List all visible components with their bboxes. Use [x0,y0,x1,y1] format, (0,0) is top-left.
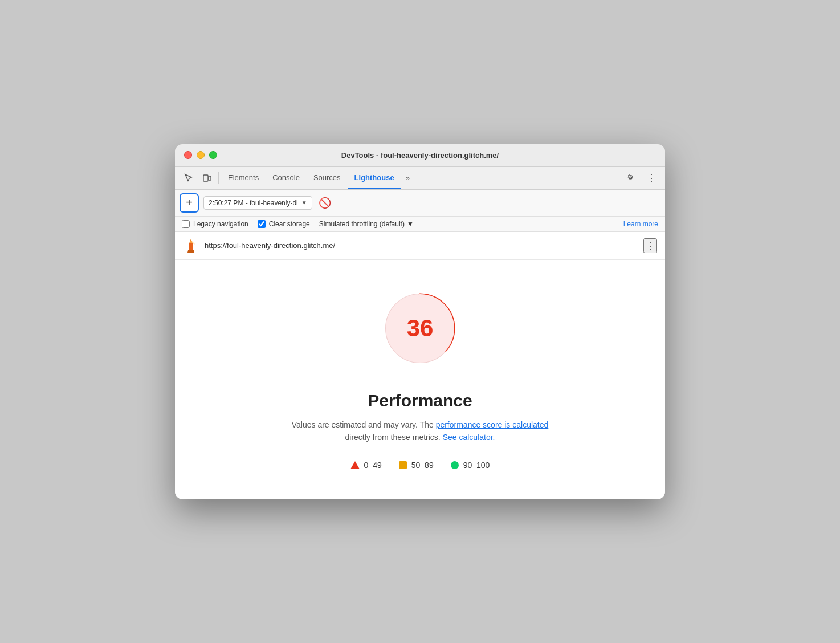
traffic-lights [184,151,217,159]
performance-description: Values are estimated and may vary. The p… [292,418,549,444]
legend-green-range: 90–100 [463,461,490,470]
svg-rect-1 [209,176,211,180]
performance-title: Performance [368,391,472,410]
legacy-nav-text: Legacy navigation [193,220,248,228]
throttling-chevron: ▼ [407,220,414,228]
legend-item-orange: 50–89 [399,461,434,470]
report-row: https://foul-heavenly-direction.glitch.m… [175,232,665,260]
inspect-element-button[interactable] [180,169,198,187]
svg-marker-4 [187,250,194,253]
description-mid: directly from these metrics. [345,433,441,442]
throttling-text: Simulated throttling (default) [319,220,405,228]
legacy-nav-checkbox[interactable] [182,220,190,228]
options-row: Legacy navigation Clear storage Simulate… [175,217,665,232]
legend-red-range: 0–49 [364,461,382,470]
throttling-select[interactable]: Simulated throttling (default) ▼ [319,220,414,228]
maximize-button[interactable] [209,151,217,159]
score-circle-bg: 36 [386,294,454,363]
report-more-button[interactable]: ⋮ [643,238,657,253]
learn-more-link[interactable]: Learn more [623,220,658,228]
legend-item-green: 90–100 [451,461,490,470]
url-selector[interactable]: 2:50:27 PM - foul-heavenly-di ▼ [203,196,312,210]
clear-icon: 🚫 [319,197,331,209]
legend-red-triangle [350,461,360,469]
score-gauge: 36 [374,283,466,374]
devtools-right-icons: ⋮ [622,169,660,187]
close-button[interactable] [184,151,192,159]
tab-bar: Elements Console Sources Lighthouse » ⋮ [175,167,665,190]
lighthouse-icon [183,238,199,254]
settings-button[interactable] [622,169,640,187]
legend: 0–49 50–89 90–100 [350,461,490,470]
title-bar: DevTools - foul-heavenly-direction.glitc… [175,144,665,167]
score-number: 36 [407,316,434,340]
legend-green-circle [451,461,459,469]
calculator-link[interactable]: See calculator. [443,433,495,442]
legend-orange-range: 50–89 [411,461,434,470]
tab-separator [218,172,219,184]
tab-elements[interactable]: Elements [221,166,266,189]
device-toolbar-button[interactable] [198,169,216,187]
more-tabs-button[interactable]: » [401,166,414,189]
tab-console[interactable]: Console [266,166,307,189]
legend-orange-square [399,461,407,469]
url-value: 2:50:27 PM - foul-heavenly-di [209,199,298,207]
svg-rect-3 [189,243,193,250]
clear-button[interactable]: 🚫 [317,195,333,211]
clear-storage-label[interactable]: Clear storage [258,220,310,228]
svg-rect-0 [203,175,208,181]
legacy-nav-label[interactable]: Legacy navigation [182,220,248,228]
more-options-icon: ⋮ [645,239,655,252]
legend-item-red: 0–49 [350,461,382,470]
clear-storage-checkbox[interactable] [258,220,266,228]
more-options-button[interactable]: ⋮ [642,169,660,187]
new-run-button[interactable]: + [180,193,199,213]
main-content: 36 Performance Values are estimated and … [175,260,665,499]
chevron-down-icon: ▼ [301,200,307,206]
devtools-window: DevTools - foul-heavenly-direction.glitc… [175,144,665,499]
description-static: Values are estimated and may vary. The [292,420,434,429]
report-url: https://foul-heavenly-direction.glitch.m… [205,241,643,250]
tab-sources[interactable]: Sources [307,166,348,189]
toolbar-row: + 2:50:27 PM - foul-heavenly-di ▼ 🚫 [175,190,665,217]
window-title: DevTools - foul-heavenly-direction.glitc… [341,151,499,160]
tab-lighthouse[interactable]: Lighthouse [348,166,401,189]
perf-score-link[interactable]: performance score is calculated [436,420,549,429]
clear-storage-text: Clear storage [269,220,310,228]
minimize-button[interactable] [197,151,205,159]
